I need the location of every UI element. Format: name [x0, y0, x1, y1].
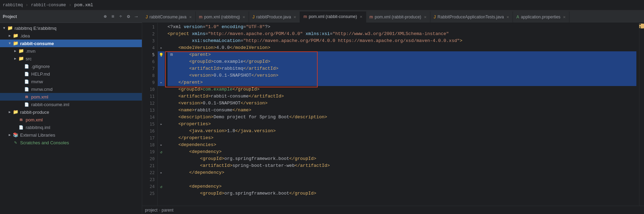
sidebar-icon-layout[interactable]: ⊕ — [102, 13, 108, 20]
code-line-1: <?xml version="1.0" encoding="UTF-8"?> — [168, 24, 636, 31]
file-icon-rabbit-consume-iml: 📄 — [24, 102, 30, 107]
tree-item-mvnwcmd[interactable]: ▶ 📄 mvnw.cmd — [0, 85, 142, 93]
fold-icon-18[interactable]: ▸ — [160, 143, 162, 147]
tab-icon-application-properties: A — [516, 15, 519, 19]
run-icon-19[interactable]: ↺ — [160, 150, 163, 154]
tree-item-rabbitmq-root[interactable]: ▼ 📁 rabbitmq E:\rabbitmq — [0, 24, 142, 32]
tree-label-scratches: Scratches and Consoles — [20, 140, 69, 145]
gutter-20 — [158, 155, 165, 162]
line-num-10: 10 — [142, 86, 155, 93]
tree-label-external-libraries: External Libraries — [20, 132, 55, 138]
tab-close-rabbitProduce[interactable]: ✕ — [293, 15, 296, 19]
gutter-16 — [158, 128, 165, 135]
gutter-3 — [158, 37, 165, 44]
tab-close-pom-rabbit-consume[interactable]: ✕ — [360, 15, 362, 19]
tab-close-rabbitConsume[interactable]: ✕ — [189, 15, 192, 19]
tab-icon-rabbitProduce: J — [252, 15, 255, 19]
tab-close-application-properties[interactable]: ✕ — [563, 15, 566, 19]
tab-close-pom-rabbit-produce[interactable]: ✕ — [424, 15, 427, 19]
file-icon-pom-xml-produce: m — [18, 117, 24, 122]
tree-item-rabbit-consume[interactable]: ▼ 📁 rabbit-consume — [0, 40, 142, 47]
tree-item-mvnw[interactable]: ▶ 📄 mvnw — [0, 78, 142, 85]
file-icon-pom-xml: m — [24, 94, 30, 100]
tree-label-mvnw: mvnw — [31, 79, 43, 84]
gutter-6 — [158, 58, 165, 65]
tab-pom-rabbit-produce[interactable]: m pom.xml (rabbit-produce) ✕ — [366, 11, 430, 23]
gutter-8 — [158, 72, 165, 79]
fold-icon-22[interactable]: ▸ — [160, 171, 162, 175]
tree-item-rabbit-consume-iml[interactable]: ▶ 📄 rabbit-consume.iml — [0, 101, 142, 108]
sidebar-icon-split[interactable]: ÷ — [118, 13, 123, 20]
sidebar-icon-list[interactable]: ≡ — [110, 13, 115, 20]
tree-item-pom-xml-produce[interactable]: ▶ m pom.xml — [0, 116, 142, 123]
code-line-8: <version>0.0.1-SNAPSHOT</version> — [168, 72, 636, 79]
tab-close-pom-rabbitmq[interactable]: ✕ — [242, 15, 245, 19]
code-line-19: <dependency> — [168, 148, 636, 155]
fold-icon-15[interactable]: ▸ — [160, 122, 162, 126]
tree-item-gitignore[interactable]: ▶ 📄 .gitignore — [0, 62, 142, 70]
gutter-25 — [158, 190, 165, 197]
tree-item-rabbit-produce[interactable]: ▶ 📁 rabbit-produce — [0, 108, 142, 116]
tree-arrow-rabbit-consume: ▼ — [7, 42, 12, 45]
tab-application-properties[interactable]: A application.properties ✕ — [513, 11, 569, 23]
tree-item-helpmd[interactable]: ▶ 📄 HELP.md — [0, 70, 142, 78]
line-num-4: 4 — [142, 44, 155, 51]
tree-item-src[interactable]: ▶ 📁 src — [0, 55, 142, 62]
gutter-15: ▸ — [158, 121, 165, 128]
code-line-25: <groupId>org.springframework.boot</group… — [168, 190, 636, 197]
sidebar-icon-settings[interactable]: ⚙ — [126, 13, 131, 20]
line-num-19: 19 — [142, 148, 155, 155]
folder-icon-external-libraries: 📚 — [12, 132, 19, 138]
tree-item-pom-xml[interactable]: ▶ m pom.xml — [0, 93, 142, 101]
breadcrumb-parent[interactable]: parent — [162, 208, 173, 213]
warning-marker: ▲ 3 — [639, 24, 644, 28]
gutter-10 — [158, 86, 165, 93]
tab-rabbitProduce[interactable]: J rabbitProduce.java ✕ — [249, 11, 300, 23]
tab-rabbitConsume[interactable]: J rabbitConsume.java ✕ — [142, 11, 196, 23]
code-line-11: <artifactId>rabbit-consume</artifactId> — [168, 93, 636, 100]
tree-arrow-idea: ▶ — [7, 34, 12, 38]
gutter-23 — [158, 176, 165, 183]
tree-arrow-external-libraries: ▶ — [7, 133, 12, 137]
code-line-7: <artifactId>rabbitmq</artifactId> — [168, 65, 636, 72]
code-line-23 — [168, 176, 636, 183]
tab-icon-RabbitProduceApplicationTests: J — [434, 15, 436, 19]
fold-icon-9[interactable]: ▸ — [160, 80, 162, 85]
line-num-5: 5 — [142, 51, 155, 58]
code-line-21: <artifactId>spring-boot-starter-web</art… — [168, 162, 636, 169]
line-num-12: 12 — [142, 100, 155, 107]
tab-bar: J rabbitConsume.java ✕ m pom.xml (rabbit… — [142, 10, 644, 23]
tree-item-mvn[interactable]: ▶ 📁 .mvn — [0, 47, 142, 55]
sidebar-icon-arrow[interactable]: → — [134, 13, 139, 20]
editor-gutter: ▸ 💡 ▸ ▸ ▸ ↺ ▸ ↺ — [158, 23, 165, 206]
tree-item-idea[interactable]: ▶ 📁 .idea — [0, 32, 142, 40]
tab-close-RabbitProduceApplicationTests[interactable]: ✕ — [506, 15, 509, 19]
project-tree: ▼ 📁 rabbitmq E:\rabbitmq ▶ 📁 .idea ▼ 📁 r… — [0, 23, 142, 214]
file-icon-mvnw: 📄 — [24, 79, 30, 84]
folder-icon-src: 📁 — [18, 56, 24, 61]
tab-pom-rabbit-consume[interactable]: m pom.xml (rabbit-consume) ✕ — [300, 11, 366, 23]
breadcrumb-project[interactable]: project — [145, 208, 157, 213]
line-num-15: 15 — [142, 121, 155, 128]
tab-pom-rabbitmq[interactable]: m pom.xml (rabbitmq) ✕ — [196, 11, 249, 23]
gutter-7 — [158, 65, 165, 72]
folder-icon-rabbitmq: 📁 — [7, 25, 13, 31]
bulb-icon-5[interactable]: 💡 — [159, 53, 164, 57]
line-num-13: 13 — [142, 107, 155, 114]
line-num-21: 21 — [142, 162, 155, 169]
fold-icon-4[interactable]: ▸ — [160, 46, 162, 50]
tree-item-external-libraries[interactable]: ▶ 📚 External Libraries — [0, 131, 142, 139]
file-icon-mvnwcmd: 📄 — [24, 87, 30, 92]
title-part-2: rabbit-consume — [31, 3, 66, 8]
code-area[interactable]: <?xml version="1.0" encoding="UTF-8"?> <… — [165, 23, 639, 206]
tab-label-rabbitConsume: rabbitConsume.java — [149, 15, 187, 19]
tab-icon-pom-rabbitmq: m — [199, 15, 203, 19]
tab-RabbitProduceApplicationTests[interactable]: J RabbitProduceApplicationTests.java ✕ — [430, 11, 513, 23]
line-num-25: 25 — [142, 190, 155, 197]
code-line-10: <groupId>com.example</groupId> — [168, 86, 636, 93]
line-num-11: 11 — [142, 93, 155, 100]
run-icon-24[interactable]: ↺ — [160, 185, 163, 189]
tree-item-rabbitmq-iml[interactable]: ▶ 📄 rabbitmq.iml — [0, 123, 142, 131]
tree-item-scratches[interactable]: ▶ ✎ Scratches and Consoles — [0, 139, 142, 146]
gutter-11 — [158, 93, 165, 100]
